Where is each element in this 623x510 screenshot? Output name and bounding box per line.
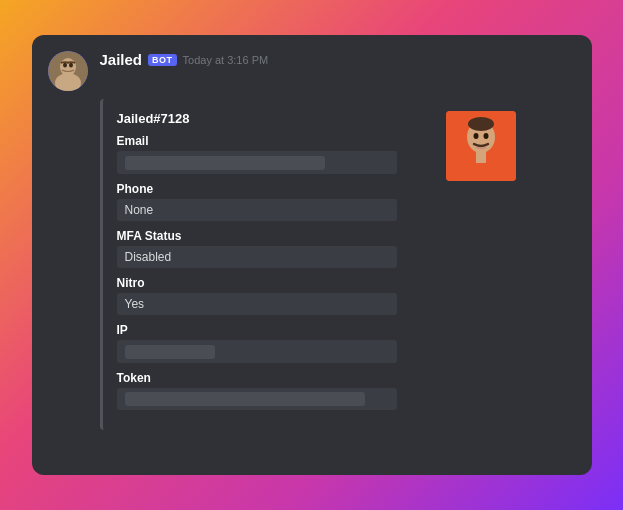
email-blurred — [125, 156, 325, 170]
timestamp: Today at 3:16 PM — [183, 54, 269, 66]
svg-rect-7 — [462, 161, 500, 181]
embed-title: Jailed#7128 — [117, 111, 434, 126]
field-value-nitro: Yes — [117, 293, 397, 315]
field-mfa: MFA Status Disabled — [117, 229, 434, 268]
field-value-email — [117, 151, 397, 174]
field-email: Email — [117, 134, 434, 174]
field-phone: Phone None — [117, 182, 434, 221]
field-token: Token — [117, 371, 434, 411]
field-value-mfa: Disabled — [117, 246, 397, 268]
svg-point-4 — [69, 63, 73, 68]
message-content: Jailed BOT Today at 3:16 PM — [100, 51, 269, 70]
embed-thumbnail — [446, 111, 516, 181]
field-label-ip: IP — [117, 323, 434, 337]
thumbnail-inner — [446, 111, 516, 181]
ip-blurred — [125, 345, 215, 359]
field-value-phone: None — [117, 199, 397, 221]
field-value-ip — [117, 340, 397, 363]
field-ip: IP — [117, 323, 434, 363]
discord-window: Jailed BOT Today at 3:16 PM Jailed#7128 … — [32, 35, 592, 475]
svg-point-3 — [63, 63, 67, 68]
field-value-token — [117, 388, 397, 411]
field-label-token: Token — [117, 371, 434, 385]
avatar — [48, 51, 88, 91]
message-meta: Jailed BOT Today at 3:16 PM — [100, 51, 269, 68]
username: Jailed — [100, 51, 143, 68]
bot-badge: BOT — [148, 54, 177, 66]
svg-point-9 — [473, 133, 478, 139]
message-area: Jailed BOT Today at 3:16 PM Jailed#7128 … — [32, 35, 592, 475]
embed-container: Jailed#7128 Email Phone None MFA Status — [100, 99, 530, 430]
field-label-mfa: MFA Status — [117, 229, 434, 243]
svg-rect-11 — [476, 151, 486, 163]
field-label-phone: Phone — [117, 182, 434, 196]
svg-point-8 — [468, 117, 494, 131]
field-label-email: Email — [117, 134, 434, 148]
token-blurred — [125, 392, 365, 406]
svg-point-10 — [483, 133, 488, 139]
embed-content: Jailed#7128 Email Phone None MFA Status — [117, 111, 434, 418]
field-nitro: Nitro Yes — [117, 276, 434, 315]
field-label-nitro: Nitro — [117, 276, 434, 290]
message-header: Jailed BOT Today at 3:16 PM — [48, 51, 576, 91]
